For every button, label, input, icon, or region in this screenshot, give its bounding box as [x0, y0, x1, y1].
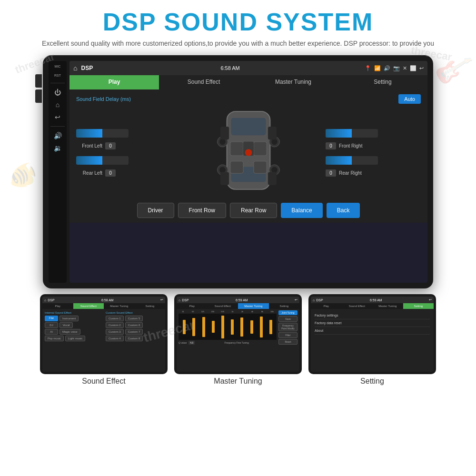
- svg-point-13: [219, 167, 226, 173]
- se-tab-setting[interactable]: Setting: [135, 303, 166, 309]
- st-tab-play[interactable]: Play: [311, 303, 342, 309]
- se-dj[interactable]: DJ: [45, 322, 58, 328]
- auto-button[interactable]: Auto: [398, 94, 421, 104]
- eq-bar-4[interactable]: [209, 315, 218, 338]
- mt-nav: ↩: [295, 298, 298, 302]
- se-pop-music[interactable]: Pop music: [45, 336, 64, 341]
- back-button[interactable]: Back: [327, 203, 360, 218]
- window-icon[interactable]: ⬜: [410, 65, 416, 71]
- bottom-buttons: Driver Front Row Rear Row Balance Back: [76, 203, 421, 218]
- st-dsp-label: DSP: [316, 298, 323, 302]
- page-title: DSP SOUND SYSTEM: [10, 9, 466, 36]
- st-tab-setting[interactable]: Setting: [403, 303, 434, 309]
- se-custom2[interactable]: Custom 2: [106, 322, 124, 328]
- se-magic-voice[interactable]: Magic voice: [60, 329, 80, 335]
- q-label: Q value: [178, 341, 187, 344]
- se-ai[interactable]: AI: [45, 329, 58, 335]
- se-left: Internal Sound Effect Flat Instrument DJ…: [45, 311, 102, 342]
- save-btn[interactable]: Save: [278, 316, 298, 322]
- power-icon[interactable]: ⏻: [54, 89, 61, 96]
- se-custom6[interactable]: Custom 6: [125, 322, 143, 328]
- dsp-label: DSP: [81, 65, 93, 71]
- factory-settings-item[interactable]: Factory settings: [315, 312, 430, 319]
- mt-content: 31 63 125 250 500 1k 2k 4k 8k 16k: [177, 309, 299, 346]
- se-custom4[interactable]: Custom 4: [106, 336, 124, 341]
- mt-topbar: ⌂ DSP 6:59 AM ↩: [177, 297, 299, 303]
- svg-point-15: [271, 167, 278, 173]
- eq-bar-10[interactable]: [267, 315, 275, 338]
- eq-bar-5[interactable]: [218, 315, 227, 338]
- front-row-button[interactable]: Front Row: [178, 203, 226, 218]
- se-light-music[interactable]: Light music: [65, 336, 85, 341]
- se-tab-sound-effect[interactable]: Sound Effect: [73, 303, 104, 309]
- se-tab-play[interactable]: Play: [42, 303, 73, 309]
- se-custom-row-4: Custom 4 Custom 8: [106, 336, 163, 341]
- close-icon[interactable]: ✕: [403, 65, 407, 71]
- front-right-track[interactable]: [326, 129, 378, 138]
- driver-button[interactable]: Driver: [137, 203, 174, 218]
- svg-rect-17: [220, 127, 229, 139]
- eq-bar-8[interactable]: [247, 315, 256, 338]
- eq-bar-3[interactable]: [199, 315, 208, 338]
- eq-bar-6[interactable]: [228, 315, 237, 338]
- se-custom3[interactable]: Custom 3: [106, 329, 124, 335]
- joint-tuning-btn[interactable]: Joint Tuning: [278, 310, 298, 315]
- eq-bar-9[interactable]: [257, 315, 266, 338]
- se-tab-master-tuning[interactable]: Master Tuning: [104, 303, 135, 309]
- se-flat[interactable]: Flat: [45, 316, 58, 321]
- freq-8k: 8k: [258, 310, 267, 313]
- back-sidebar-icon[interactable]: ↩: [55, 114, 60, 120]
- home-icon[interactable]: ⌂: [73, 64, 77, 72]
- mt-tab-setting[interactable]: Setting: [269, 303, 300, 309]
- filter-btn[interactable]: Filter: [278, 332, 298, 338]
- tab-master-tuning[interactable]: Master Tuning: [248, 75, 338, 89]
- balance-button[interactable]: Balance: [281, 203, 322, 218]
- freq-125: 125: [198, 310, 208, 313]
- se-custom-title: Custom Sound Effect: [106, 311, 163, 314]
- se-dsp-label: DSP: [48, 298, 54, 302]
- status-icons: 📍 📶 🔊 📷 ✕ ⬜ ↩: [365, 65, 424, 71]
- rear-left-track[interactable]: [76, 156, 129, 165]
- se-vocal[interactable]: Vocal: [60, 322, 73, 328]
- st-time: 6:59 AM: [325, 298, 427, 302]
- tab-setting[interactable]: Setting: [338, 75, 427, 89]
- se-custom7[interactable]: Custom 7: [125, 329, 143, 335]
- eq-bar-1[interactable]: [180, 315, 188, 338]
- eq-bar-7[interactable]: [238, 315, 246, 338]
- mt-dsp-label: DSP: [182, 298, 188, 302]
- mt-right-btns: Joint Tuning Save Frequency Point Modify…: [278, 310, 298, 345]
- svg-rect-3: [230, 142, 243, 156]
- about-item[interactable]: About: [315, 327, 430, 335]
- section-title: Sound Field Delay (ms): [76, 96, 131, 102]
- se-instrument[interactable]: Instrument: [60, 316, 79, 321]
- home-sidebar-icon[interactable]: ⌂: [56, 101, 60, 108]
- mt-tab-sound-effect[interactable]: Sound Effect: [208, 303, 238, 309]
- volume-up-icon[interactable]: 🔊: [54, 132, 62, 139]
- freq-point-modify-btn[interactable]: Frequency Point Modify: [278, 323, 298, 331]
- se-row-1: Flat Instrument: [45, 316, 102, 321]
- rear-right-track[interactable]: [326, 156, 378, 165]
- car-top-view: [210, 103, 287, 198]
- front-left-track[interactable]: [76, 129, 129, 138]
- se-custom5[interactable]: Custom 5: [125, 316, 143, 321]
- svg-rect-20: [268, 172, 277, 185]
- nav-back-icon[interactable]: ↩: [419, 65, 424, 71]
- se-custom1[interactable]: Custom 1: [106, 316, 124, 321]
- se-topbar: ⌂ DSP 6:58 AM ↩: [42, 297, 165, 303]
- tab-sound-effect[interactable]: Sound Effect: [159, 75, 248, 89]
- front-left-row: Front Left 0: [76, 142, 171, 149]
- st-tab-sound-effect[interactable]: Sound Effect: [342, 303, 373, 309]
- volume-down-icon[interactable]: 🔉: [54, 145, 62, 151]
- se-time: 6:58 AM: [56, 298, 159, 302]
- tab-play[interactable]: Play: [69, 75, 159, 89]
- st-tab-master-tuning[interactable]: Master Tuning: [372, 303, 403, 309]
- mt-eq-bars: [178, 314, 277, 340]
- reset-btn[interactable]: Reset: [278, 339, 298, 345]
- mt-tab-play[interactable]: Play: [177, 303, 208, 309]
- main-content: Sound Field Delay (ms) Auto: [69, 89, 427, 223]
- rear-row-button[interactable]: Rear Row: [230, 203, 277, 218]
- mt-tab-master-tuning[interactable]: Master Tuning: [238, 303, 269, 309]
- factory-data-reset-item[interactable]: Factory data reset: [315, 319, 430, 327]
- se-custom8[interactable]: Custom 8: [125, 336, 143, 341]
- eq-bar-2[interactable]: [189, 315, 198, 338]
